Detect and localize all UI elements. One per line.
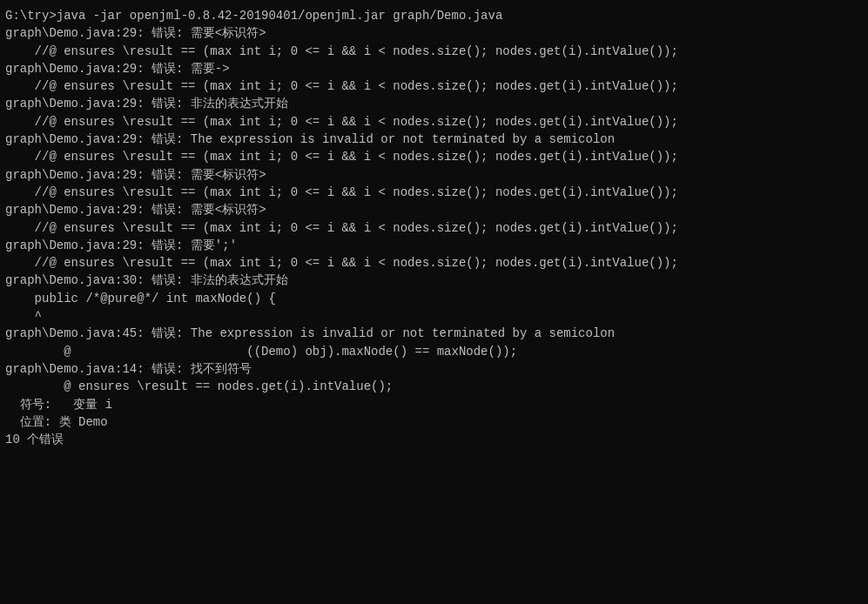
- terminal-line-err8-loc: graph\Demo.java:30: 错误: 非法的表达式开始: [5, 272, 863, 289]
- terminal-line-count-line: 10 个错误: [5, 431, 863, 448]
- terminal-line-err9-code: @ ((Demo) obj).maxNode() == maxNode());: [5, 343, 863, 360]
- terminal-line-err5-loc: graph\Demo.java:29: 错误: 需要<标识符>: [5, 166, 863, 184]
- terminal-line-sym-line: 符号: 变量 i: [5, 396, 863, 413]
- terminal-line-err8-caret: ^: [5, 307, 863, 325]
- terminal-line-cmd: G:\try>java -jar openjml-0.8.42-20190401…: [5, 7, 863, 24]
- terminal-line-pos-line: 位置: 类 Demo: [5, 413, 863, 431]
- terminal-line-err1-loc: graph\Demo.java:29: 错误: 需要<标识符>: [5, 24, 863, 42]
- terminal-line-err7-code: //@ ensures \result == (max int i; 0 <= …: [5, 254, 863, 272]
- terminal-line-err9-loc: graph\Demo.java:45: 错误: The expression i…: [5, 325, 863, 342]
- terminal-line-err4-loc: graph\Demo.java:29: 错误: The expression i…: [5, 131, 863, 148]
- terminal-line-err4-code: //@ ensures \result == (max int i; 0 <= …: [5, 148, 863, 165]
- terminal-line-err3-loc: graph\Demo.java:29: 错误: 非法的表达式开始: [5, 95, 863, 112]
- terminal-line-err10-loc: graph\Demo.java:14: 错误: 找不到符号: [5, 360, 863, 378]
- terminal-line-err6-code: //@ ensures \result == (max int i; 0 <= …: [5, 219, 863, 237]
- terminal-line-err10-code: @ ensures \result == nodes.get(i).intVal…: [5, 378, 863, 395]
- terminal-line-err2-code: //@ ensures \result == (max int i; 0 <= …: [5, 77, 863, 95]
- terminal-window: G:\try>java -jar openjml-0.8.42-20190401…: [0, 0, 868, 604]
- terminal-line-err1-code: //@ ensures \result == (max int i; 0 <= …: [5, 43, 863, 60]
- terminal-line-err7-loc: graph\Demo.java:29: 错误: 需要';': [5, 237, 863, 254]
- terminal-line-err2-loc: graph\Demo.java:29: 错误: 需要->: [5, 60, 863, 77]
- terminal-line-err5-code: //@ ensures \result == (max int i; 0 <= …: [5, 184, 863, 201]
- terminal-line-err3-code: //@ ensures \result == (max int i; 0 <= …: [5, 113, 863, 131]
- terminal-line-err8-code: public /*@pure@*/ int maxNode() {: [5, 290, 863, 307]
- terminal-line-err6-loc: graph\Demo.java:29: 错误: 需要<标识符>: [5, 201, 863, 218]
